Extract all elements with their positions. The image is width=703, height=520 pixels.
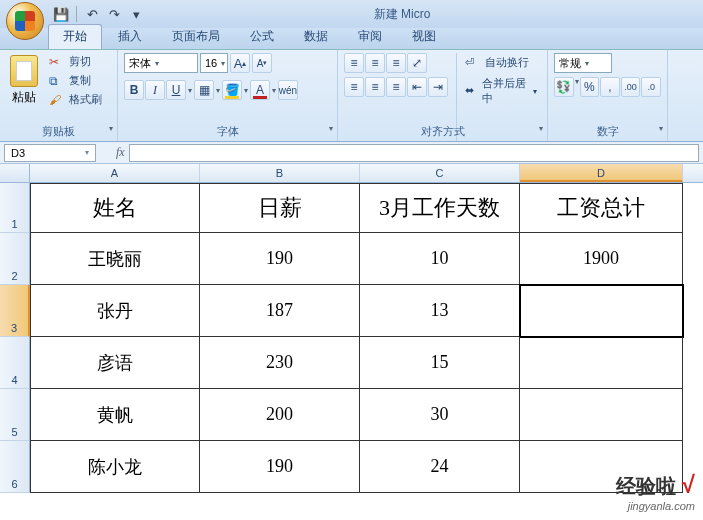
align-left-button[interactable]: ≡ (344, 77, 364, 97)
fx-icon[interactable]: fx (116, 145, 125, 160)
cell-c5[interactable]: 30 (360, 389, 520, 441)
cell-d5[interactable] (520, 389, 683, 441)
row-header-3[interactable]: 3 (0, 285, 30, 337)
tab-review[interactable]: 审阅 (344, 25, 396, 49)
name-box[interactable]: D3 (4, 144, 96, 162)
font-name-combo[interactable]: 宋体 (124, 53, 198, 73)
phonetic-button[interactable]: wén (278, 80, 298, 100)
office-button[interactable] (6, 2, 44, 40)
cell-c1[interactable]: 3月工作天数 (360, 183, 520, 233)
clipboard-group-label: 剪贴板 (0, 123, 117, 140)
qat-separator (76, 6, 77, 22)
cell-b6[interactable]: 190 (200, 441, 360, 493)
redo-icon[interactable]: ↷ (105, 5, 123, 23)
cell-a3[interactable]: 张丹 (30, 285, 200, 337)
cell-c3[interactable]: 13 (360, 285, 520, 337)
increase-indent-button[interactable]: ⇥ (428, 77, 448, 97)
cell-b5[interactable]: 200 (200, 389, 360, 441)
font-group-label: 字体 (118, 123, 337, 140)
decrease-decimal-button[interactable]: .0 (641, 77, 661, 97)
column-header-c[interactable]: C (360, 164, 520, 182)
tab-formulas[interactable]: 公式 (236, 25, 288, 49)
save-icon[interactable]: 💾 (52, 5, 70, 23)
ribbon-tabs: 开始 插入 页面布局 公式 数据 审阅 视图 (0, 28, 703, 50)
italic-button[interactable]: I (145, 80, 165, 100)
cell-a5[interactable]: 黄帆 (30, 389, 200, 441)
grow-font-button[interactable]: A▴ (230, 53, 250, 73)
cell-a1[interactable]: 姓名 (30, 183, 200, 233)
increase-decimal-button[interactable]: .00 (621, 77, 641, 97)
copy-button[interactable]: ⧉ 复制 (46, 72, 105, 89)
row-header-2[interactable]: 2 (0, 233, 30, 285)
accounting-format-button[interactable]: 💱 (554, 77, 574, 97)
align-right-button[interactable]: ≡ (386, 77, 406, 97)
cut-label: 剪切 (69, 54, 91, 69)
column-header-d[interactable]: D (520, 164, 683, 182)
percent-button[interactable]: % (580, 77, 600, 97)
wrap-text-button[interactable]: ⏎ 自动换行 (461, 53, 541, 72)
paste-label: 粘贴 (12, 89, 36, 106)
bold-button[interactable]: B (124, 80, 144, 100)
select-all-corner[interactable] (0, 164, 30, 182)
spreadsheet-grid: A B C D 1 姓名 日薪 3月工作天数 工资总计 2 王晓丽 190 10… (0, 164, 703, 493)
number-group-label: 数字 (548, 123, 667, 140)
scissors-icon: ✂ (49, 55, 65, 69)
tab-view[interactable]: 视图 (398, 25, 450, 49)
cell-d4[interactable] (520, 337, 683, 389)
row-header-5[interactable]: 5 (0, 389, 30, 441)
cell-b1[interactable]: 日薪 (200, 183, 360, 233)
font-size-combo[interactable]: 16 (200, 53, 228, 73)
cell-b4[interactable]: 230 (200, 337, 360, 389)
align-top-button[interactable]: ≡ (344, 53, 364, 73)
formula-bar[interactable] (129, 144, 699, 162)
tab-page-layout[interactable]: 页面布局 (158, 25, 234, 49)
shrink-font-button[interactable]: A▾ (252, 53, 272, 73)
align-middle-button[interactable]: ≡ (365, 53, 385, 73)
fill-color-button[interactable]: 🪣 (222, 80, 242, 100)
cell-c4[interactable]: 15 (360, 337, 520, 389)
undo-icon[interactable]: ↶ (83, 5, 101, 23)
watermark: 经验啦 √ jingyanla.com (616, 471, 695, 512)
cell-a2[interactable]: 王晓丽 (30, 233, 200, 285)
cell-d3[interactable] (520, 285, 683, 337)
brush-icon: 🖌 (49, 93, 65, 107)
cell-c6[interactable]: 24 (360, 441, 520, 493)
tab-data[interactable]: 数据 (290, 25, 342, 49)
row-header-4[interactable]: 4 (0, 337, 30, 389)
tab-insert[interactable]: 插入 (104, 25, 156, 49)
column-header-a[interactable]: A (30, 164, 200, 182)
watermark-url: jingyanla.com (616, 500, 695, 512)
orientation-button[interactable]: ⤢ (407, 53, 427, 73)
align-bottom-button[interactable]: ≡ (386, 53, 406, 73)
column-header-b[interactable]: B (200, 164, 360, 182)
merge-label: 合并后居中 (482, 76, 527, 106)
cell-d1[interactable]: 工资总计 (520, 183, 683, 233)
underline-button[interactable]: U (166, 80, 186, 100)
row-header-1[interactable]: 1 (0, 183, 30, 233)
cut-button[interactable]: ✂ 剪切 (46, 53, 105, 70)
alignment-group-label: 对齐方式 (338, 123, 547, 140)
cell-c2[interactable]: 10 (360, 233, 520, 285)
tab-home[interactable]: 开始 (48, 24, 102, 49)
border-button[interactable]: ▦ (194, 80, 214, 100)
cell-b2[interactable]: 190 (200, 233, 360, 285)
font-color-button[interactable]: A (250, 80, 270, 100)
wrap-label: 自动换行 (485, 55, 529, 70)
comma-button[interactable]: , (600, 77, 620, 97)
wrap-icon: ⏎ (465, 56, 481, 70)
cell-a4[interactable]: 彦语 (30, 337, 200, 389)
cell-a6[interactable]: 陈小龙 (30, 441, 200, 493)
ribbon: 粘贴 ✂ 剪切 ⧉ 复制 🖌 格式刷 剪贴板 (0, 50, 703, 142)
format-painter-button[interactable]: 🖌 格式刷 (46, 91, 105, 108)
copy-label: 复制 (69, 73, 91, 88)
number-format-combo[interactable]: 常规 (554, 53, 612, 73)
merge-center-button[interactable]: ⬌ 合并后居中 ▾ (461, 74, 541, 108)
row-header-6[interactable]: 6 (0, 441, 30, 493)
copy-icon: ⧉ (49, 74, 65, 88)
qat-customize-icon[interactable]: ▾ (127, 5, 145, 23)
cell-b3[interactable]: 187 (200, 285, 360, 337)
align-center-button[interactable]: ≡ (365, 77, 385, 97)
format-painter-label: 格式刷 (69, 92, 102, 107)
cell-d2[interactable]: 1900 (520, 233, 683, 285)
decrease-indent-button[interactable]: ⇤ (407, 77, 427, 97)
